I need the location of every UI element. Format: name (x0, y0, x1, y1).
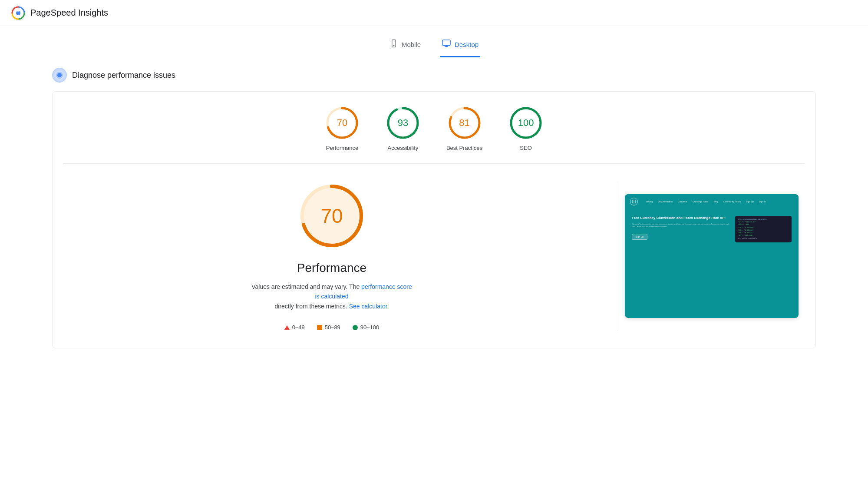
svg-point-4 (393, 45, 394, 46)
score-label-seo: SEO (520, 145, 531, 151)
score-accessibility: 93 Accessibility (386, 106, 420, 151)
legend-good: 90–100 (353, 324, 379, 331)
svg-point-1 (16, 11, 20, 15)
performance-detail: 70 Performance Values are estimated and … (63, 164, 805, 348)
website-screenshot: Pricing Documentation Converter Exchange… (625, 194, 799, 318)
app-title: PageSpeed Insights (30, 8, 108, 18)
legend-poor-range: 0–49 (292, 324, 305, 331)
performance-detail-right: Pricing Documentation Converter Exchange… (618, 181, 805, 331)
perf-desc-text2: directly from these metrics. (275, 303, 347, 310)
performance-description: Values are estimated and may vary. The p… (249, 282, 414, 311)
fake-nav-link-1: Pricing (645, 200, 654, 203)
tab-mobile-label: Mobile (402, 41, 421, 48)
score-circle-best-practices: 81 (447, 106, 482, 140)
score-label-accessibility: Accessibility (388, 145, 419, 151)
perf-desc-text1: Values are estimated and may vary. The (251, 283, 360, 290)
fake-hero-desc: CurrencyFreaks provides currency convers… (632, 223, 730, 228)
legend-needs-improvement: 50–89 (317, 324, 340, 331)
fake-code-line-8: 1234 #0310 compatible (738, 237, 789, 240)
big-score-circle: 70 (297, 181, 366, 251)
fake-nav-link-3: Converter (677, 200, 689, 203)
fake-hero-button: Sign Up (632, 234, 647, 240)
fake-nav-links: Pricing Documentation Converter Exchange… (645, 200, 767, 203)
fake-hero-text: Free Currency Conversion and Forex Excha… (632, 216, 730, 242)
tab-mobile[interactable]: Mobile (388, 35, 422, 57)
score-performance: 70 Performance (325, 106, 360, 151)
score-circle-performance: 70 (325, 106, 360, 140)
fake-hero: Free Currency Conversion and Forex Excha… (625, 209, 799, 249)
tab-desktop[interactable]: Desktop (440, 35, 480, 57)
score-number-performance: 70 (337, 117, 347, 129)
fake-code-block: HTTP://API.CURRENCYFREAKS.COM?APIKEY= "d… (735, 216, 792, 242)
tab-desktop-label: Desktop (455, 41, 479, 48)
fake-nav-link-5: Blog (713, 200, 719, 203)
fake-nav-link-2: Documentation (657, 200, 674, 203)
score-label-best-practices: Best Practices (446, 145, 482, 151)
fake-logo-icon (630, 198, 638, 205)
logo: PageSpeed Insights (10, 5, 108, 21)
fake-nav: Pricing Documentation Converter Exchange… (625, 194, 799, 209)
main-content: Diagnose performance issues 70 Performan… (0, 57, 868, 359)
big-score-number: 70 (320, 204, 343, 228)
diagnose-title: Diagnose performance issues (72, 71, 175, 80)
score-legend: 0–49 50–89 90–100 (284, 324, 379, 331)
app-header: PageSpeed Insights (0, 0, 868, 26)
desktop-icon (442, 39, 451, 50)
diagnose-icon (52, 68, 67, 83)
score-circle-seo: 100 (508, 106, 543, 140)
svg-rect-5 (442, 40, 450, 46)
fake-nav-link-7: Sign Up (745, 200, 755, 203)
legend-circle-icon (353, 325, 358, 330)
score-seo: 100 SEO (508, 106, 543, 151)
score-label-performance: Performance (326, 145, 358, 151)
legend-needs-improvement-range: 50–89 (325, 324, 340, 331)
score-best-practices: 81 Best Practices (446, 106, 482, 151)
fake-nav-link-4: Exchange Rates (691, 200, 710, 203)
score-circle-accessibility: 93 (386, 106, 420, 140)
diagnose-header: Diagnose performance issues (52, 68, 816, 83)
results-card: 70 Performance 93 Accessibility (52, 91, 816, 348)
fake-hero-title: Free Currency Conversion and Forex Excha… (632, 216, 730, 220)
scores-row: 70 Performance 93 Accessibility (63, 106, 805, 164)
legend-good-range: 90–100 (360, 324, 379, 331)
score-number-best-practices: 81 (459, 117, 469, 129)
performance-title: Performance (297, 261, 366, 275)
legend-triangle-icon (284, 325, 290, 330)
score-number-seo: 100 (518, 117, 534, 129)
pagespeed-logo-icon (10, 5, 26, 21)
score-number-accessibility: 93 (398, 117, 408, 129)
legend-poor: 0–49 (284, 324, 305, 331)
device-tabs: Mobile Desktop (0, 26, 868, 57)
perf-calc-link2[interactable]: See calculator. (349, 303, 389, 310)
fake-nav-link-6: Community Prices (722, 200, 743, 203)
performance-detail-left: 70 Performance Values are estimated and … (63, 181, 618, 331)
fake-nav-link-8: Sign In (758, 200, 767, 203)
legend-square-icon (317, 325, 322, 330)
mobile-icon (389, 39, 398, 50)
